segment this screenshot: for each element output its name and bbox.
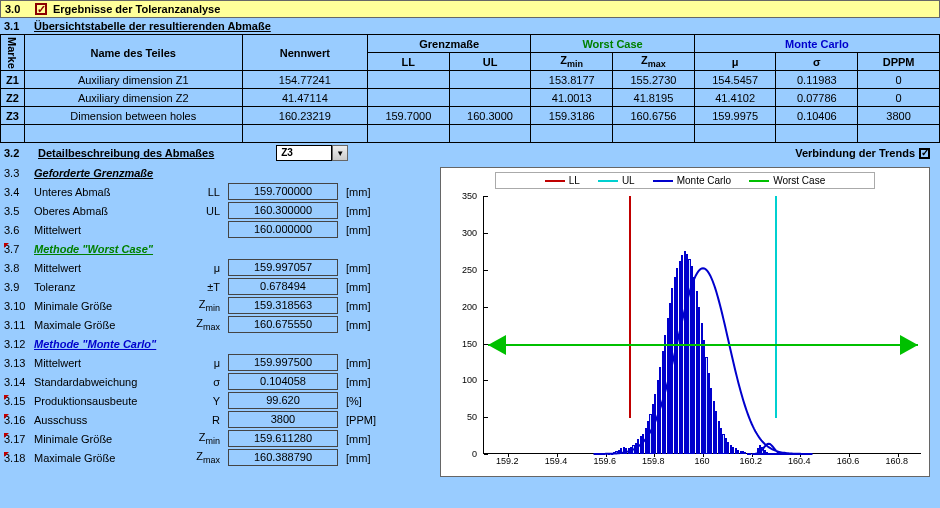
col-sigma: σ (776, 53, 858, 71)
row-marke: Z2 (1, 89, 25, 107)
detail-row: 3.8 Mittelwert μ 159.997057 [mm] (0, 258, 440, 277)
chart-legend: LL UL Monte Carlo Worst Case (495, 172, 875, 189)
detail-row: 3.5 Oberes Abmaß UL 160.300000 [mm] (0, 201, 440, 220)
section-title: Übersichtstabelle der resultierenden Abm… (34, 20, 271, 32)
detail-row: 3.11 Maximale Größe Zmax 160.675550 [mm] (0, 315, 440, 334)
checkbox-icon[interactable]: ✓ (35, 3, 47, 15)
detail-row: 3.18 Maximale Größe Zmax 160.388790 [mm] (0, 448, 440, 467)
row-dppm: 0 (858, 71, 940, 89)
value-field[interactable]: 159.997500 (228, 354, 338, 371)
value-field[interactable]: 160.000000 (228, 221, 338, 238)
section-num: 3.1 (4, 20, 28, 32)
col-zmax: Zmax (613, 53, 695, 71)
row-sigma: 0.07786 (776, 89, 858, 107)
row-dppm: 0 (858, 89, 940, 107)
detail-row: 3.4 Unteres Abmaß LL 159.700000 [mm] (0, 182, 440, 201)
row-ll: 159.7000 (367, 107, 449, 125)
value-field[interactable]: 159.997057 (228, 259, 338, 276)
row-sigma: 0.11983 (776, 71, 858, 89)
row-num: 3.3 (4, 167, 34, 179)
row-name: Dimension between holes (24, 107, 242, 125)
col-grenzmasse: Grenzmaße (367, 35, 530, 53)
row-marke: Z3 (1, 107, 25, 125)
section-title: Detailbeschreibung des Abmaßes (38, 147, 214, 159)
row-nenn: 154.77241 (242, 71, 367, 89)
section-num: 3.2 (4, 147, 34, 159)
detail-row: 3.15 Produktionsausbeute Y 99.620 [%] (0, 391, 440, 410)
detail-left-panel: 3.3 Geforderte Grenzmaße 3.4 Unteres Abm… (0, 163, 440, 467)
col-marke: Marke (1, 35, 25, 71)
col-ul: UL (449, 53, 531, 71)
chart-plot-area (483, 196, 921, 454)
trend-connect-label: Verbindung der Trends ✓ (789, 145, 936, 161)
row-ll (367, 71, 449, 89)
row-ul (449, 89, 531, 107)
row-ul (449, 71, 531, 89)
row-num: 3.12 (4, 338, 34, 350)
row-dppm: 3800 (858, 107, 940, 125)
row-zmin: 41.0013 (531, 89, 613, 107)
dimension-dropdown[interactable]: Z3 ▼ (276, 145, 348, 161)
value-field[interactable]: 159.700000 (228, 183, 338, 200)
row-zmax: 160.6756 (613, 107, 695, 125)
value-field[interactable]: 99.620 (228, 392, 338, 409)
value-field[interactable]: 0.678494 (228, 278, 338, 295)
row-num: 3.7 (4, 243, 34, 255)
dropdown-value[interactable]: Z3 (276, 145, 332, 161)
row-ll (367, 89, 449, 107)
row-zmax: 41.8195 (613, 89, 695, 107)
table-row: Z2 Auxiliary dimension Z2 41.47114 41.00… (1, 89, 940, 107)
row-zmin: 159.3186 (531, 107, 613, 125)
col-name: Name des Teiles (24, 35, 242, 71)
row-nenn: 160.23219 (242, 107, 367, 125)
col-montecarlo: Monte Carlo (694, 35, 939, 53)
detail-row: 3.16 Ausschuss R 3800 [PPM] (0, 410, 440, 429)
col-nennwert: Nennwert (242, 35, 367, 71)
detail-row: 3.10 Minimale Größe Zmin 159.318563 [mm] (0, 296, 440, 315)
value-field[interactable]: 160.675550 (228, 316, 338, 333)
row-sigma: 0.10406 (776, 107, 858, 125)
section-label: Methode "Monte Carlo" (34, 338, 156, 350)
value-field[interactable]: 159.318563 (228, 297, 338, 314)
section-title: Ergebnisse der Toleranzanalyse (53, 3, 220, 15)
section-label: Geforderte Grenzmaße (34, 167, 153, 179)
col-dppm: DPPM (858, 53, 940, 71)
section-num: 3.0 (5, 3, 29, 15)
value-field[interactable]: 0.104058 (228, 373, 338, 390)
section-label: Methode "Worst Case" (34, 243, 153, 255)
col-zmin: Zmin (531, 53, 613, 71)
section-header-3.1: 3.1 Übersichtstabelle der resultierenden… (0, 18, 940, 34)
value-field[interactable]: 160.388790 (228, 449, 338, 466)
row-zmax: 155.2730 (613, 71, 695, 89)
checkbox-icon[interactable]: ✓ (919, 148, 930, 159)
table-row: Z3 Dimension between holes 160.23219 159… (1, 107, 940, 125)
histogram-chart: LL UL Monte Carlo Worst Case 05010015020… (440, 167, 930, 477)
value-field[interactable]: 160.300000 (228, 202, 338, 219)
table-row-empty (1, 125, 940, 143)
col-mu: μ (694, 53, 776, 71)
detail-row: 3.14 Standardabweichung σ 0.104058 [mm] (0, 372, 440, 391)
row-nenn: 41.47114 (242, 89, 367, 107)
row-zmin: 153.8177 (531, 71, 613, 89)
col-ll: LL (367, 53, 449, 71)
row-mu: 154.5457 (694, 71, 776, 89)
row-mu: 41.4102 (694, 89, 776, 107)
detail-row: 3.9 Toleranz ±T 0.678494 [mm] (0, 277, 440, 296)
col-worstcase: Worst Case (531, 35, 694, 53)
x-axis-ticks: 159.2159.4159.6159.8160160.2160.4160.616… (483, 454, 919, 472)
row-ul: 160.3000 (449, 107, 531, 125)
detail-header: 3.2 Detailbeschreibung des Abmaßes Z3 ▼ … (0, 143, 940, 163)
row-mu: 159.9975 (694, 107, 776, 125)
results-table: Marke Name des Teiles Nennwert Grenzmaße… (0, 34, 940, 143)
table-row: Z1 Auxiliary dimension Z1 154.77241 153.… (1, 71, 940, 89)
chevron-down-icon[interactable]: ▼ (332, 145, 348, 161)
value-field[interactable]: 3800 (228, 411, 338, 428)
detail-row: 3.6 Mittelwert 160.000000 [mm] (0, 220, 440, 239)
row-name: Auxiliary dimension Z1 (24, 71, 242, 89)
section-header-3.0: 3.0 ✓ Ergebnisse der Toleranzanalyse (0, 0, 940, 18)
row-name: Auxiliary dimension Z2 (24, 89, 242, 107)
detail-row: 3.17 Minimale Größe Zmin 159.611280 [mm] (0, 429, 440, 448)
row-marke: Z1 (1, 71, 25, 89)
value-field[interactable]: 159.611280 (228, 430, 338, 447)
y-axis-ticks: 050100150200250300350 (441, 196, 481, 452)
